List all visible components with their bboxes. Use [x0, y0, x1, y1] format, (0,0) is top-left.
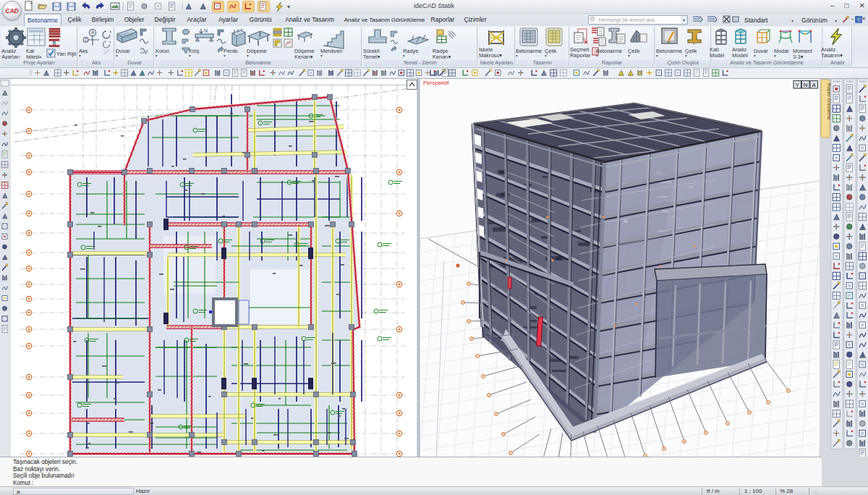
svg-text:Y: Y	[796, 82, 800, 88]
svg-text:A: A	[812, 82, 817, 88]
svg-text:Perspektif: Perspektif	[423, 80, 449, 86]
svg-text:N: N	[804, 82, 808, 88]
